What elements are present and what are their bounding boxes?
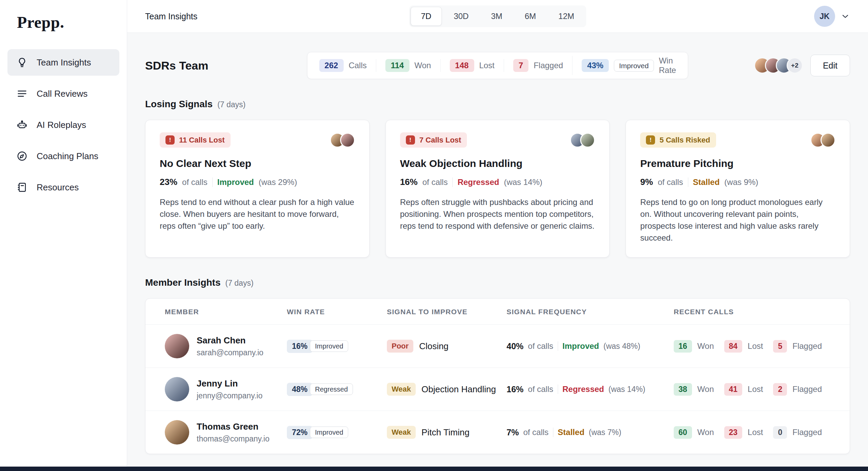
signal-pct-label: of calls — [182, 177, 208, 187]
user-avatar[interactable]: JK — [814, 6, 835, 27]
range-tab-3m[interactable]: 3M — [480, 7, 513, 26]
table-row[interactable]: Sarah Chen sarah@company.io 16% Improved… — [145, 325, 850, 368]
main: SDRs Team 262 Calls 114 Won 148 Lost — [127, 33, 868, 471]
alert-icon: ! — [406, 135, 415, 145]
frequency-was: (was 7%) — [589, 428, 622, 437]
lost-label: Lost — [748, 384, 763, 394]
stat-flagged: 7 Flagged — [504, 59, 572, 72]
avatar — [165, 420, 189, 445]
sidebar-item-coaching-plans[interactable]: Coaching Plans — [7, 143, 119, 169]
won-label: Won — [697, 428, 714, 437]
member-insights-table: MEMBER WIN RATE SIGNAL TO IMPROVE SIGNAL… — [145, 298, 850, 454]
lost-count: 41 — [724, 383, 743, 396]
losing-signal-card: ! 7 Calls Lost Weak Objection Handling 1… — [386, 120, 610, 258]
win-rate-trend-badge: Regressed — [310, 383, 353, 395]
alert-icon: ! — [646, 135, 655, 145]
sidebar-item-label: Call Reviews — [37, 89, 87, 99]
divider — [558, 341, 558, 351]
content-area: Team Insights 7D 30D 3M 6M 12M JK SDRs T… — [127, 0, 868, 471]
sidebar-item-label: AI Roleplays — [37, 120, 86, 130]
member-name: Jenny Lin — [197, 378, 262, 389]
range-tab-6m[interactable]: 6M — [514, 7, 547, 26]
lost-value: 148 — [450, 59, 474, 72]
list-icon — [16, 88, 28, 99]
chevron-down-icon[interactable] — [841, 12, 850, 21]
flagged-value: 7 — [513, 59, 529, 72]
win-rate-trend-badge: Improved — [310, 427, 348, 438]
won-count: 16 — [674, 340, 692, 353]
flagged-count: 5 — [773, 340, 787, 353]
losing-signal-card: ! 11 Calls Lost No Clear Next Step 23% o… — [145, 120, 370, 258]
lost-label: Lost — [479, 61, 494, 70]
flagged-count: 2 — [773, 383, 787, 396]
avatar — [165, 377, 189, 401]
signal-level-badge: Poor — [387, 340, 413, 353]
won-label: Won — [697, 341, 714, 351]
losing-signals-header: Losing Signals (7 days) — [145, 99, 850, 110]
signal-name: Closing — [419, 341, 449, 352]
avatar — [340, 133, 355, 148]
member-insights-subtitle: (7 days) — [225, 279, 253, 288]
avatar — [821, 133, 835, 148]
sidebar-item-resources[interactable]: Resources — [7, 174, 119, 201]
frequency-was: (was 48%) — [604, 342, 640, 351]
signal-pct: 9% — [640, 177, 653, 187]
sidebar-item-call-reviews[interactable]: Call Reviews — [7, 80, 119, 107]
losing-signals-subtitle: (7 days) — [217, 100, 245, 109]
sidebar-item-label: Team Insights — [37, 57, 91, 68]
signal-status: Improved — [217, 177, 254, 187]
signal-status: Stalled — [693, 177, 720, 187]
divider — [212, 177, 213, 187]
divider — [553, 428, 553, 437]
win-rate-trend-badge: Improved — [614, 60, 654, 72]
stat-won: 114 Won — [376, 59, 440, 72]
calls-label: Calls — [349, 61, 367, 70]
win-rate-value: 72% — [287, 426, 313, 439]
table-row[interactable]: Thomas Green thomas@company.io 72% Impro… — [145, 411, 850, 454]
signal-description: Reps often struggle with pushbacks about… — [400, 196, 595, 232]
win-rate-value: 48% — [287, 383, 313, 396]
calls-lost-label: 7 Calls Lost — [419, 136, 461, 144]
signal-was: (was 14%) — [504, 177, 542, 187]
flagged-label: Flagged — [792, 428, 822, 437]
avatar — [165, 334, 189, 358]
sidebar-item-team-insights[interactable]: Team Insights — [7, 49, 119, 76]
calls-lost-badge: ! 7 Calls Lost — [400, 132, 467, 148]
page-title: SDRs Team — [145, 59, 208, 72]
frequency-label: of calls — [523, 428, 549, 437]
topbar: Team Insights 7D 30D 3M 6M 12M JK — [127, 0, 868, 33]
range-tab-12m[interactable]: 12M — [548, 7, 585, 26]
range-tab-30d[interactable]: 30D — [443, 7, 479, 26]
flagged-label: Flagged — [534, 61, 563, 70]
sidebar: Prepp. Team Insights Call Reviews AI Rol… — [0, 0, 127, 471]
signal-title: Premature Pitching — [640, 158, 835, 169]
won-count: 38 — [674, 383, 692, 396]
signal-pct-label: of calls — [658, 177, 683, 187]
flagged-label: Flagged — [792, 384, 822, 394]
book-icon — [16, 182, 28, 193]
sidebar-item-ai-roleplays[interactable]: AI Roleplays — [7, 112, 119, 138]
member-name: Sarah Chen — [197, 335, 263, 346]
range-tab-7d[interactable]: 7D — [410, 7, 442, 26]
signal-description: Reps tend to go on long product monologu… — [640, 196, 835, 244]
member-insights-title: Member Insights — [145, 277, 220, 288]
member-email: thomas@company.io — [197, 434, 270, 444]
signal-title: No Clear Next Step — [160, 158, 355, 169]
signal-was: (was 9%) — [724, 177, 758, 187]
user-menu[interactable]: JK — [814, 6, 850, 27]
card-avatar-stack — [810, 133, 835, 148]
signal-level-badge: Weak — [387, 426, 416, 439]
won-value: 114 — [385, 59, 409, 72]
team-stats-bar: 262 Calls 114 Won 148 Lost 7 Flagged — [307, 52, 688, 79]
signal-name: Objection Handling — [421, 384, 496, 395]
team-members-summary: +2 Edit — [754, 55, 850, 76]
stat-calls: 262 Calls — [310, 59, 376, 72]
card-avatar-stack — [330, 133, 355, 148]
table-row[interactable]: Jenny Lin jenny@company.io 48% Regressed… — [145, 368, 850, 411]
signal-status: Regressed — [457, 177, 499, 187]
edit-team-button[interactable]: Edit — [810, 55, 850, 76]
column-header-recent-calls: RECENT CALLS — [674, 308, 830, 316]
won-label: Won — [697, 384, 714, 394]
signal-pct: 16% — [400, 177, 418, 187]
team-avatar-stack: +2 — [754, 57, 803, 74]
